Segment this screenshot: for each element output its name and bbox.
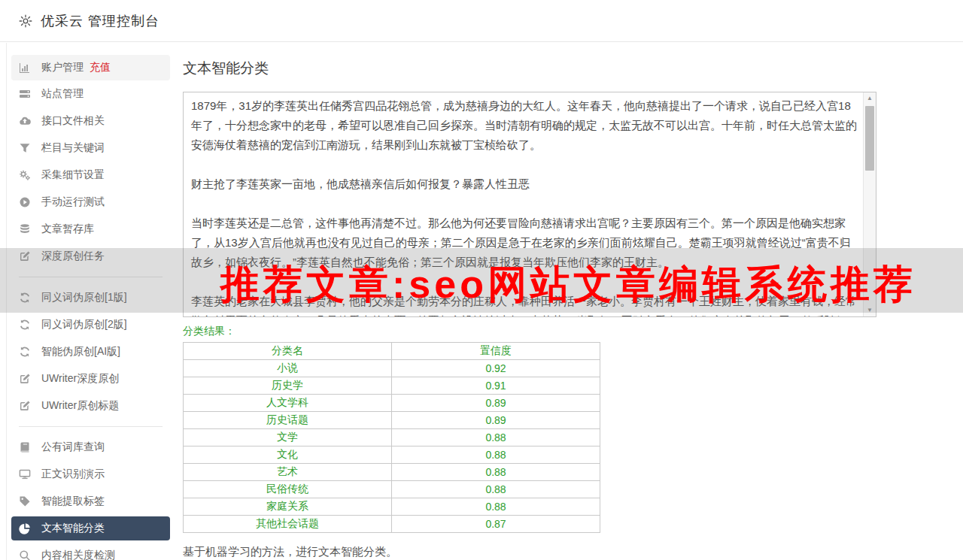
sidebar-item-ai-rewrite[interactable]: 智能伪原创[AI版] bbox=[7, 338, 175, 365]
edit-icon bbox=[19, 250, 31, 262]
refresh-icon bbox=[19, 292, 31, 304]
sidebar-item-article-storage[interactable]: 文章暂存库 bbox=[7, 216, 175, 243]
category-cell: 其他社会话题 bbox=[184, 516, 392, 533]
sidebar-item-uwriter-deep[interactable]: UWriter深度原创 bbox=[7, 365, 175, 392]
table-row: 家庭关系0.88 bbox=[184, 498, 600, 516]
sidebar-item-label: UWriter深度原创 bbox=[41, 372, 119, 386]
classification-table: 分类名 置信度 小说0.92 历史学0.91 人文学科0.89 历史话题0.89… bbox=[183, 342, 600, 533]
app-header: 优采云 管理控制台 bbox=[0, 0, 963, 42]
table-row: 文化0.88 bbox=[184, 446, 600, 464]
recharge-link[interactable]: 充值 bbox=[90, 61, 111, 74]
cloud-upload-icon bbox=[19, 115, 31, 127]
sidebar-item-label: 接口文件相关 bbox=[41, 114, 105, 128]
sidebar-item-synonym-rewrite-v2[interactable]: 同义词伪原创[2版] bbox=[7, 311, 175, 338]
sidebar-item-account[interactable]: 账户管理 充值 bbox=[11, 55, 170, 80]
category-cell: 文化 bbox=[184, 446, 392, 464]
table-row: 民俗传统0.88 bbox=[184, 481, 600, 498]
gears-icon bbox=[19, 169, 31, 181]
result-label: 分类结果： bbox=[183, 325, 235, 338]
sidebar-item-uwriter-title[interactable]: UWriter原创标题 bbox=[7, 392, 175, 419]
filter-icon bbox=[19, 142, 31, 154]
sidebar-item-columns-keywords[interactable]: 栏目与关键词 bbox=[7, 135, 175, 162]
sidebar-item-label: 站点管理 bbox=[41, 87, 84, 101]
category-cell: 艺术 bbox=[184, 464, 392, 481]
sidebar-item-label: 文章暂存库 bbox=[41, 222, 94, 236]
sidebar-item-label: 栏目与关键词 bbox=[41, 141, 105, 155]
table-row: 小说0.92 bbox=[184, 360, 600, 377]
table-row: 艺术0.88 bbox=[184, 464, 600, 481]
sidebar-item-sites[interactable]: 站点管理 bbox=[7, 80, 175, 107]
sidebar-item-collect-settings[interactable]: 采集细节设置 bbox=[7, 162, 175, 189]
database-icon bbox=[19, 223, 31, 235]
sidebar-item-synonym-rewrite-v1[interactable]: 同义词伪原创[1版] bbox=[7, 284, 175, 311]
category-cell: 文学 bbox=[184, 429, 392, 446]
server-icon bbox=[19, 88, 31, 100]
table-row: 历史话题0.89 bbox=[184, 412, 600, 429]
sidebar-item-interface-files[interactable]: 接口文件相关 bbox=[7, 107, 175, 135]
sidebar-item-label: 智能提取标签 bbox=[41, 495, 105, 508]
category-cell: 家庭关系 bbox=[184, 498, 392, 516]
column-header-confidence: 置信度 bbox=[392, 343, 600, 360]
sidebar-item-tag-extract[interactable]: 智能提取标签 bbox=[7, 488, 175, 515]
table-row: 人文学科0.89 bbox=[184, 395, 600, 412]
sidebar-item-label: 同义词伪原创[2版] bbox=[41, 318, 127, 331]
sidebar-item-deep-original-task[interactable]: 深度原创任务 bbox=[7, 243, 175, 270]
confidence-cell: 0.87 bbox=[392, 516, 600, 533]
table-row: 其他社会话题0.87 bbox=[184, 516, 600, 533]
sidebar-item-label: 深度原创任务 bbox=[41, 250, 105, 263]
article-textarea[interactable]: 1879年，31岁的李莲英出任储秀宫四品花翎总管，成为慈禧身边的大红人。这年春天… bbox=[183, 92, 876, 317]
sidebar-item-label: 正文识别演示 bbox=[41, 468, 105, 481]
sidebar-item-text-classification[interactable]: 文本智能分类 bbox=[11, 516, 170, 540]
edit-icon bbox=[19, 373, 31, 385]
sidebar-item-label: 账户管理 bbox=[41, 61, 84, 74]
sidebar-item-public-lexicon[interactable]: 公有词库查询 bbox=[7, 434, 175, 461]
column-header-category: 分类名 bbox=[184, 343, 392, 360]
scroll-down-arrow-icon[interactable]: ▼ bbox=[864, 305, 876, 316]
sidebar-item-content-recognition[interactable]: 正文识别演示 bbox=[7, 461, 175, 488]
confidence-cell: 0.91 bbox=[392, 377, 600, 395]
sidebar: 账户管理 充值 站点管理 接口文件相关 栏目与关键词 采集细节设置 手动运行测试 bbox=[6, 43, 175, 560]
play-circle-icon bbox=[19, 196, 31, 208]
confidence-cell: 0.89 bbox=[392, 395, 600, 412]
edit-icon bbox=[19, 400, 31, 412]
confidence-cell: 0.88 bbox=[392, 498, 600, 516]
sidebar-item-label: UWriter原创标题 bbox=[41, 399, 119, 413]
sidebar-item-label: 内容相关度检测 bbox=[41, 549, 115, 560]
tag-icon bbox=[19, 495, 31, 507]
scrollbar-thumb[interactable] bbox=[865, 106, 874, 171]
sidebar-item-label: 手动运行测试 bbox=[41, 195, 105, 209]
pie-chart-icon bbox=[19, 522, 31, 534]
table-row: 历史学0.91 bbox=[184, 377, 600, 395]
sidebar-item-relevance-check[interactable]: 内容相关度检测 bbox=[7, 542, 175, 560]
bar-chart-icon bbox=[19, 62, 31, 74]
confidence-cell: 0.89 bbox=[392, 412, 600, 429]
sidebar-item-label: 文本智能分类 bbox=[41, 522, 105, 535]
scrollbar[interactable]: ▲ ▼ bbox=[863, 92, 876, 316]
category-cell: 人文学科 bbox=[184, 395, 392, 412]
confidence-cell: 0.88 bbox=[392, 481, 600, 498]
footer-note: 基于机器学习的方法，进行文本智能分类。 bbox=[183, 545, 397, 559]
sidebar-item-label: 采集细节设置 bbox=[41, 168, 105, 182]
sidebar-item-label: 智能伪原创[AI版] bbox=[41, 345, 120, 359]
confidence-cell: 0.92 bbox=[392, 360, 600, 377]
confidence-cell: 0.88 bbox=[392, 464, 600, 481]
sidebar-item-label: 公有词库查询 bbox=[41, 440, 105, 454]
scroll-up-arrow-icon[interactable]: ▲ bbox=[864, 93, 876, 104]
app-title: 优采云 管理控制台 bbox=[41, 12, 159, 30]
sidebar-item-label: 同义词伪原创[1版] bbox=[41, 291, 127, 304]
refresh-icon bbox=[19, 319, 31, 331]
article-text: 1879年，31岁的李莲英出任储秀宫四品花翎总管，成为慈禧身边的大红人。这年春天… bbox=[184, 92, 862, 316]
confidence-cell: 0.88 bbox=[392, 446, 600, 464]
category-cell: 小说 bbox=[184, 360, 392, 377]
sidebar-divider bbox=[19, 277, 163, 277]
sidebar-item-manual-test[interactable]: 手动运行测试 bbox=[7, 189, 175, 216]
table-header-row: 分类名 置信度 bbox=[184, 343, 600, 360]
book-icon bbox=[19, 441, 31, 453]
page-title: 文本智能分类 bbox=[183, 59, 269, 78]
search-icon bbox=[19, 549, 31, 560]
category-cell: 民俗传统 bbox=[184, 481, 392, 498]
table-row: 文学0.88 bbox=[184, 429, 600, 446]
desktop-icon bbox=[19, 468, 31, 480]
refresh-icon bbox=[19, 346, 31, 358]
category-cell: 历史学 bbox=[184, 377, 392, 395]
